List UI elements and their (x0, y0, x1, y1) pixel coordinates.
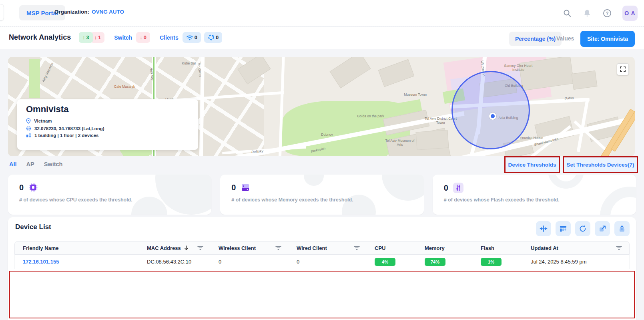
header-actions: ? O A (562, 6, 638, 21)
column-wireless-client[interactable]: Wireless Client (211, 245, 289, 251)
map-park (29, 59, 40, 98)
column-friendly-name[interactable]: Friendly Name (15, 245, 139, 251)
map-label: Tel Aviv Museum of Arts (382, 139, 417, 147)
map-street-label: Dafna (561, 96, 577, 101)
map-building (572, 70, 598, 90)
filter-icon[interactable] (616, 246, 622, 250)
fit-columns-button[interactable] (536, 221, 551, 236)
switch-up-badge[interactable]: ↑3 (79, 32, 93, 43)
map-building (519, 57, 574, 91)
open-external-button[interactable] (595, 221, 610, 236)
site-map[interactable]: Sammy Ofer Heart Institute Old Building … (8, 57, 635, 156)
map-label: Golda on the park (352, 115, 389, 119)
tab-all[interactable]: All (9, 161, 17, 167)
site-location: Vietnam (34, 119, 52, 123)
upload-icon (618, 225, 626, 233)
device-wired-count: 0 (289, 259, 367, 265)
filter-icon[interactable] (197, 246, 203, 250)
memory-threshold-label: # of devices whose Memory exceeds the th… (231, 197, 353, 203)
fullscreen-icon (620, 66, 626, 72)
map-label: Dubnov (318, 133, 336, 137)
filter-icon[interactable] (275, 246, 281, 250)
device-type-tabs: All AP Switch (9, 161, 62, 167)
tab-switch[interactable]: Switch (44, 161, 63, 167)
set-thresholds-devices-button[interactable]: Set Thresholds Devices(7) (563, 156, 638, 173)
clients-hub-icon (208, 34, 215, 41)
map-label: America House (516, 136, 548, 140)
svg-text:?: ? (606, 11, 609, 16)
device-list-toolbar (536, 221, 630, 236)
column-cpu[interactable]: CPU (367, 245, 417, 251)
column-memory[interactable]: Memory (417, 245, 473, 251)
values-toggle[interactable]: Values (556, 35, 574, 42)
refresh-icon (579, 225, 587, 233)
device-status-summary: AP ↑4 ↓1 Switch ↑3 ↓0 Clients 0 0 (79, 32, 222, 43)
wireless-clients-badge[interactable]: 0 (183, 32, 201, 43)
device-list-card: Device List Friendly Name MAC Address W (8, 217, 636, 320)
page-title: Network Analytics (9, 33, 71, 42)
cpu-exceed-count: 0 (19, 183, 24, 192)
search-icon[interactable] (562, 8, 572, 18)
site-info-card: Omnivista Vietnam 32.078230, 34.788733 (… (17, 99, 198, 150)
sidebar-edge-handle[interactable] (0, 4, 4, 21)
sort-desc-icon[interactable] (184, 245, 189, 251)
map-building (378, 59, 415, 87)
map-building (330, 57, 371, 88)
site-location-marker[interactable] (489, 113, 496, 120)
map-label: Cafe Masaryk (111, 85, 138, 89)
up-arrow-icon: ↑ (82, 34, 85, 40)
fit-columns-icon (540, 225, 548, 233)
device-name-link[interactable]: 172.16.101.155 (23, 259, 59, 265)
device-table-header: Friendly Name MAC Address Wireless Clien… (14, 241, 630, 255)
organization-label: Organization: (54, 9, 89, 15)
wifi-icon (186, 34, 193, 41)
notifications-bell-icon[interactable] (582, 8, 592, 18)
flash-threshold-label: # of devices whose Flash exceeds the thr… (444, 197, 560, 203)
site-radius-circle[interactable] (451, 71, 530, 149)
memory-usage-badge: 74% (425, 258, 445, 266)
external-link-icon (598, 225, 606, 233)
site-selector-button[interactable]: Site: Omnivista (580, 31, 635, 47)
map-label: Kube Bar (179, 62, 199, 66)
columns-button[interactable] (556, 221, 571, 236)
switch-down-badge[interactable]: ↓0 (136, 32, 150, 43)
flash-sliders-icon (453, 183, 463, 193)
map-building (416, 130, 449, 150)
column-updated-at[interactable]: Updated At (524, 245, 629, 251)
export-upload-button[interactable] (614, 221, 630, 236)
threshold-stat-cards: 0 # of devices whose CPU exceeds the thr… (8, 175, 636, 215)
flash-usage-badge: 1% (481, 258, 502, 266)
user-avatar[interactable]: O A (622, 6, 638, 21)
down-arrow-icon: ↓ (140, 34, 142, 40)
cpu-icon (28, 183, 38, 192)
device-table: Friendly Name MAC Address Wireless Clien… (14, 241, 630, 269)
device-list-title: Device List (15, 223, 51, 231)
site-coordinates: 32.078230, 34.788733 (Lat,Long) (34, 126, 104, 131)
column-wired-client[interactable]: Wired Client (289, 245, 367, 251)
map-label: Museum Tower (400, 93, 431, 97)
device-thresholds-button[interactable]: Device Thresholds (504, 156, 560, 173)
organization-value-link[interactable]: OVNG AUTO (92, 9, 124, 15)
percentage-toggle[interactable]: Percentage (%) (509, 32, 562, 46)
map-label: Sammy Ofer Heart Institute (501, 64, 536, 72)
map-fullscreen-button[interactable] (617, 63, 629, 75)
device-wireless-count: 0 (211, 259, 289, 265)
building-icon (26, 133, 31, 138)
column-mac-address[interactable]: MAC Address (139, 245, 211, 251)
column-flash[interactable]: Flash (473, 245, 524, 251)
cpu-threshold-label: # of devices whose CPU exceeds the thres… (19, 197, 132, 203)
wired-clients-badge[interactable]: 0 (204, 32, 222, 43)
map-park (342, 153, 387, 156)
down-arrow-icon: ↓ (94, 34, 97, 40)
tab-ap[interactable]: AP (26, 161, 34, 167)
cpu-usage-badge: 4% (375, 258, 395, 266)
filter-icon[interactable] (354, 246, 360, 250)
memory-icon (241, 183, 250, 192)
site-inventory: 1 building | 1 floor | 2 devices (34, 133, 98, 138)
top-header-bar: MSP Portal Organization:OVNG AUTO ? O A (0, 0, 644, 26)
location-pin-icon (26, 118, 31, 124)
site-name: Omnivista (26, 104, 189, 115)
refresh-button[interactable] (575, 221, 590, 236)
flash-exceed-count: 0 (444, 183, 448, 193)
help-icon[interactable]: ? (602, 8, 612, 18)
